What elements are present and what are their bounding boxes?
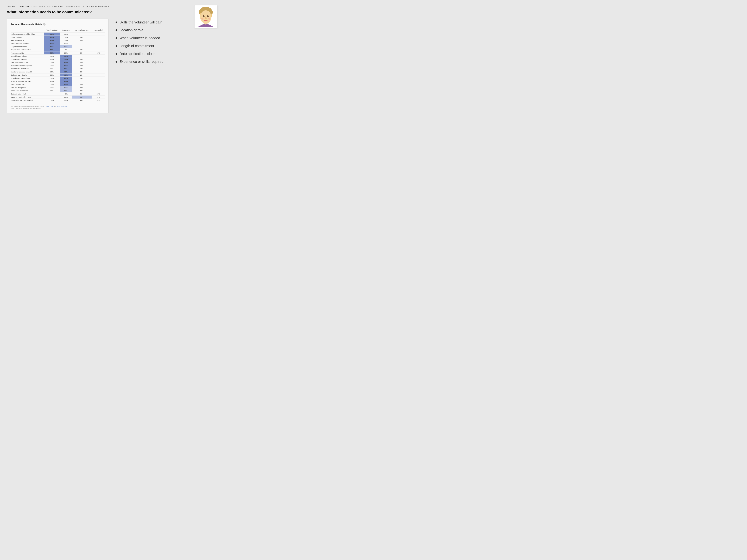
table-row: Related volunteer roles10%50%40% xyxy=(11,89,105,92)
row-important: 20% xyxy=(60,51,72,55)
row-not-very-important: 10% xyxy=(72,58,92,61)
nav-item-concept: CONCEPT & TEST xyxy=(33,5,51,7)
row-important: 60% xyxy=(60,83,72,86)
row-not-needed xyxy=(92,80,105,83)
row-label: Interests role is related to xyxy=(11,67,44,70)
row-not-needed xyxy=(92,48,105,51)
row-very-important: 50% xyxy=(44,48,60,51)
row-label: Volunteer role title xyxy=(11,51,44,55)
row-important: 60% xyxy=(60,61,72,64)
row-not-very-important xyxy=(72,32,92,36)
row-very-important: 30% xyxy=(44,74,60,77)
row-important: 70% xyxy=(60,58,72,61)
row-not-very-important: 40% xyxy=(72,89,92,92)
table-row: What happens next30%60%10% xyxy=(11,83,105,86)
row-very-important: 20% xyxy=(44,58,60,61)
nav-item-initiate: INITIATE xyxy=(7,5,16,7)
matrix-panel: Popular Placements Matrix ? Very importa… xyxy=(7,19,108,113)
row-not-needed xyxy=(92,89,105,92)
row-not-needed xyxy=(92,42,105,45)
row-not-very-important xyxy=(72,42,92,45)
avatar xyxy=(195,5,217,28)
table-row: Share on Facebook / Twitter30%50%20% xyxy=(11,96,105,99)
row-label: Date role was posted xyxy=(11,86,44,89)
row-not-needed xyxy=(92,83,105,86)
row-important: 90% xyxy=(60,55,72,58)
row-very-important: 10% xyxy=(44,70,60,74)
row-not-needed xyxy=(92,58,105,61)
row-label: Skills the volunteer will gain xyxy=(11,80,44,83)
row-not-needed xyxy=(92,70,105,74)
bullet-dot xyxy=(115,29,117,31)
col-header-not-needed: Not needed xyxy=(92,29,105,32)
table-row: Map of location of role10%90% xyxy=(11,55,105,58)
info-icon: ? xyxy=(43,23,46,26)
row-very-important: 10% xyxy=(44,77,60,80)
row-important: 50% xyxy=(60,45,72,48)
svg-point-11 xyxy=(207,16,208,16)
table-row: When volunteer is needed60%40% xyxy=(11,42,105,45)
table-row: Organisation image / logo10%60%30% xyxy=(11,77,105,80)
row-very-important: 10% xyxy=(44,55,60,58)
row-not-needed xyxy=(92,86,105,89)
row-not-needed xyxy=(92,61,105,64)
bullet-dot xyxy=(115,37,117,39)
row-not-needed xyxy=(92,77,105,80)
row-very-important: 80% xyxy=(44,36,60,39)
tos-link[interactable]: Terms of Service xyxy=(57,105,67,107)
nav-item-launch: LAUNCH & LEARN xyxy=(91,5,109,7)
bullet-text: Skills the volunteer will gain xyxy=(120,20,162,24)
svg-point-10 xyxy=(203,16,204,16)
row-very-important: 10% xyxy=(44,67,60,70)
row-important: 60% xyxy=(60,70,72,74)
row-very-important xyxy=(44,92,60,96)
matrix-table: Very important! Important Not very impor… xyxy=(11,29,105,102)
row-important: 60% xyxy=(60,77,72,80)
nav-item-discover: DISCOVER xyxy=(19,5,30,7)
row-not-very-important: 30% xyxy=(72,70,92,74)
table-row: Experience or skills required30%60%10% xyxy=(11,64,105,67)
navigation-bar: INITIATE | DISCOVER | CONCEPT & TEST | D… xyxy=(7,5,217,7)
row-label: Tasks the volunteer will be doing xyxy=(11,32,44,36)
row-label: Option to print details xyxy=(11,92,44,96)
row-label: Number of positions available xyxy=(11,70,44,74)
privacy-link[interactable]: Privacy Policy xyxy=(45,105,54,107)
row-not-very-important xyxy=(72,80,92,83)
svg-point-12 xyxy=(201,18,204,20)
table-row: Age requirements60%20%20% xyxy=(11,39,105,42)
row-very-important: 60% xyxy=(44,39,60,42)
nav-item-build: BUILD & QA xyxy=(76,5,88,7)
table-row: Option to print details40%40%20% xyxy=(11,92,105,96)
row-very-important: 10% xyxy=(44,86,60,89)
table-row: Volunteer role title50%20%20%10% xyxy=(11,51,105,55)
row-very-important: 50% xyxy=(44,51,60,55)
list-item: Location of role xyxy=(115,28,217,32)
bullet-dot xyxy=(115,53,117,55)
row-not-needed: 20% xyxy=(92,92,105,96)
row-not-very-important xyxy=(72,55,92,58)
bullet-text: Experience or skills required xyxy=(120,60,163,64)
row-not-very-important: 40% xyxy=(72,99,92,102)
row-very-important: 30% xyxy=(44,83,60,86)
row-not-very-important xyxy=(72,45,92,48)
row-label: Length of commitment xyxy=(11,45,44,48)
svg-point-13 xyxy=(208,18,210,20)
row-important: 40% xyxy=(60,48,72,51)
row-important: 20% xyxy=(60,39,72,42)
col-header-label xyxy=(11,29,44,32)
row-not-very-important: 50% xyxy=(72,96,92,99)
row-label: Age requirements xyxy=(11,39,44,42)
bullet-dot xyxy=(115,61,117,63)
row-label: Date applications close xyxy=(11,61,44,64)
bullet-text: Date applications close xyxy=(120,52,155,56)
row-important: 10% xyxy=(60,36,72,39)
row-not-very-important: 40% xyxy=(72,92,92,96)
bullet-text: Length of commitment xyxy=(120,44,154,48)
table-row: Length of commitment50%50% xyxy=(11,45,105,48)
row-label: Related volunteer roles xyxy=(11,89,44,92)
row-not-needed xyxy=(92,74,105,77)
row-important: 10% xyxy=(60,32,72,36)
row-label: Location of role xyxy=(11,36,44,39)
row-not-needed xyxy=(92,36,105,39)
table-row: People who have also applied10%30%40%20% xyxy=(11,99,105,102)
